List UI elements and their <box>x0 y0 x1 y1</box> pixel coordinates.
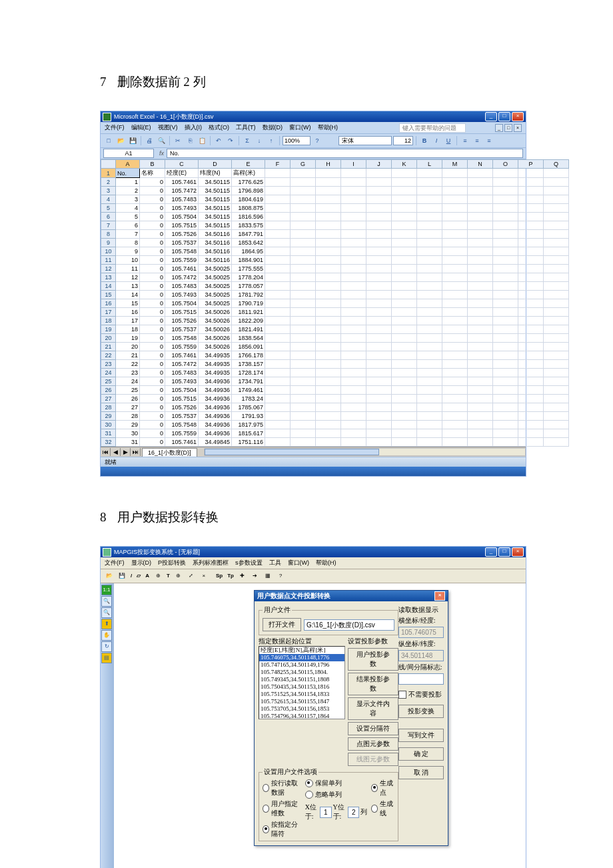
table-row[interactable]: 27260105.751534.499361783.24 <box>101 395 569 403</box>
help-icon[interactable]: ? <box>312 135 322 146</box>
menu-display[interactable]: 显示(D) <box>131 559 152 567</box>
align-right-icon[interactable]: ≡ <box>484 135 494 146</box>
fx-icon[interactable]: fx <box>159 150 164 157</box>
result-proj-button[interactable]: 结果投影参数 <box>348 673 398 695</box>
table-row[interactable]: 22210105.746134.499351766.178 <box>101 351 569 360</box>
list-item[interactable]: 105.747165,34.501149,1796 <box>259 661 344 669</box>
underline-icon[interactable]: U <box>443 135 454 146</box>
zoom-out-icon[interactable]: 🔍 <box>101 607 112 618</box>
sort-asc-icon[interactable]: ↓ <box>254 135 265 146</box>
table-row[interactable]: 430105.748334.501151804.619 <box>101 195 569 204</box>
table-row[interactable]: 14130105.748334.500251778.057 <box>101 282 569 291</box>
table-row[interactable]: 870105.752634.501161847.791 <box>101 230 569 239</box>
mapgis-canvas[interactable]: 用户数据点文件投影转换 × 用户文件 打开文件 G:\16_1[小数度(D)].… <box>114 583 526 868</box>
copy-icon[interactable]: ⎘ <box>185 135 195 146</box>
horizontal-scrollbar[interactable] <box>204 448 526 456</box>
radio-keep-col[interactable]: 保留单列 <box>305 779 368 788</box>
show-content-button[interactable]: 显示文件内容 <box>348 697 398 720</box>
sheet-tab[interactable]: 16_1[小数度(D)] <box>142 448 197 457</box>
list-item[interactable]: 105.754796,34.501157,1864 <box>259 713 344 719</box>
sum-icon[interactable]: Σ <box>242 135 253 146</box>
tool-scale[interactable]: ⤢ <box>185 571 197 581</box>
menu-window[interactable]: 窗口(W) <box>288 559 310 567</box>
radio-gen-line[interactable]: 生成线 <box>371 799 394 818</box>
close-button[interactable]: × <box>512 112 524 121</box>
table-row[interactable]: 30290105.754834.499361817.975 <box>101 421 569 429</box>
radio-by-row[interactable]: 按行读取数据 <box>263 779 301 797</box>
table-row[interactable]: 13120105.747234.500251778.204 <box>101 273 569 282</box>
list-item[interactable]: 105.748255,34.50115,1804. <box>259 669 344 676</box>
menu-help[interactable]: 帮助(H) <box>318 123 338 132</box>
menu-tool[interactable]: 工具 <box>269 559 281 567</box>
menu-format[interactable]: 格式(O) <box>209 123 229 132</box>
undo-icon[interactable]: ↶ <box>213 135 224 146</box>
sort-desc-icon[interactable]: ↑ <box>266 135 277 146</box>
zoom-combo[interactable]: 100% <box>283 136 310 145</box>
tool-plus[interactable]: ✚ <box>237 571 249 581</box>
tool-x[interactable]: × <box>198 571 210 581</box>
list-item[interactable]: 105.749345,34.501151,1808 <box>259 676 344 683</box>
open-icon[interactable]: 📂 <box>115 135 126 146</box>
tool-poly[interactable]: ▱ <box>135 571 143 581</box>
menu-file[interactable]: 文件(F) <box>105 123 125 132</box>
zoom-in-icon[interactable]: 🔍 <box>101 596 112 607</box>
pan-icon[interactable]: ✋ <box>101 630 112 641</box>
radio-gen-point[interactable]: 生成点 <box>371 779 394 797</box>
user-proj-button[interactable]: 用户投影参数 <box>348 648 398 671</box>
table-row[interactable]: 26250105.750434.499361749.461 <box>101 386 569 395</box>
maximize-button[interactable]: □ <box>498 112 510 121</box>
close-button[interactable]: × <box>512 547 524 557</box>
minimize-button[interactable]: _ <box>485 547 497 557</box>
maximize-button[interactable]: □ <box>498 547 510 557</box>
spreadsheet-grid[interactable]: A B C D E F G H I J K L M N O <box>101 159 569 447</box>
table-row[interactable]: 15140105.749334.500251781.792 <box>101 291 569 299</box>
proj-transform-button[interactable]: 投影变换 <box>398 705 444 718</box>
paste-icon[interactable]: 📋 <box>197 135 207 146</box>
table-row[interactable]: 980105.753734.501161853.642 <box>101 239 569 247</box>
data-listbox[interactable]: 经度[E],纬度[N],高程[米]105.746075,34.501148,17… <box>259 646 345 719</box>
list-item[interactable]: 105.751525,34.501154,1833 <box>259 691 344 698</box>
formula-bar[interactable]: No. <box>167 149 523 158</box>
menu-edit[interactable]: 编辑(E) <box>131 123 151 132</box>
list-item[interactable]: 105.750435,34.501153,1816 <box>259 683 344 691</box>
row-hdr-1[interactable]: 1 <box>101 169 116 178</box>
table-row[interactable]: 32310105.746134.498451751.116 <box>101 438 569 447</box>
line-delim-field[interactable] <box>398 673 444 685</box>
menu-file[interactable]: 文件(F) <box>105 559 125 567</box>
name-box[interactable]: A1 <box>103 149 154 158</box>
tab-prev-icon[interactable]: ◀ <box>111 448 121 456</box>
open-icon[interactable]: 📂 <box>103 571 115 581</box>
col-hdr-D[interactable]: D <box>199 160 232 169</box>
radio-by-delim[interactable]: 按指定分隔符 <box>263 820 301 839</box>
file-path-field[interactable]: G:\16_1[小数度(D)].csv <box>304 619 394 631</box>
y-pos-field[interactable]: 2 <box>348 807 360 818</box>
tool-target[interactable]: ⊕ <box>152 571 164 581</box>
list-item[interactable]: 105.753705,34.501156,1853 <box>259 705 344 713</box>
write-file-button[interactable]: 写到文件 <box>398 729 444 742</box>
open-file-button[interactable]: 打开文件 <box>263 618 301 631</box>
align-center-icon[interactable]: ≡ <box>472 135 482 146</box>
redo-icon[interactable]: ↷ <box>225 135 236 146</box>
tool-Sp[interactable]: Sp <box>214 571 225 581</box>
table-row[interactable]: 760105.751534.501151833.575 <box>101 221 569 230</box>
tab-first-icon[interactable]: ⏮ <box>101 448 111 456</box>
tool-A[interactable]: A <box>143 571 151 581</box>
layer-icon[interactable]: ▤ <box>101 653 112 663</box>
table-row[interactable]: 29280105.753734.499361791.93 <box>101 412 569 421</box>
menu-window[interactable]: 窗口(W) <box>289 123 311 132</box>
table-row[interactable]: 20190105.754834.500261838.564 <box>101 334 569 343</box>
table-row[interactable]: 18170105.752634.500261822.209 <box>101 317 569 325</box>
point-param-button[interactable]: 点图元参数 <box>348 737 398 751</box>
table-row[interactable]: 320105.747234.501151796.898 <box>101 187 569 195</box>
tool-T[interactable]: T <box>165 571 172 581</box>
dialog-close-icon[interactable]: × <box>434 591 445 601</box>
doc-close[interactable]: × <box>514 124 522 132</box>
tool-arrow[interactable]: ➔ <box>249 571 261 581</box>
list-item[interactable]: 105.752615,34.501155,1847 <box>259 698 344 705</box>
doc-restore[interactable]: □ <box>504 124 512 132</box>
x-pos-field[interactable]: 1 <box>320 807 332 818</box>
set-delim-button[interactable]: 设置分隔符 <box>348 722 398 735</box>
col-hdr-C[interactable]: C <box>165 160 199 169</box>
list-item[interactable]: 105.746075,34.501148,1776 <box>259 654 344 661</box>
help-search[interactable]: 键入需要帮助的问题 <box>399 123 466 133</box>
